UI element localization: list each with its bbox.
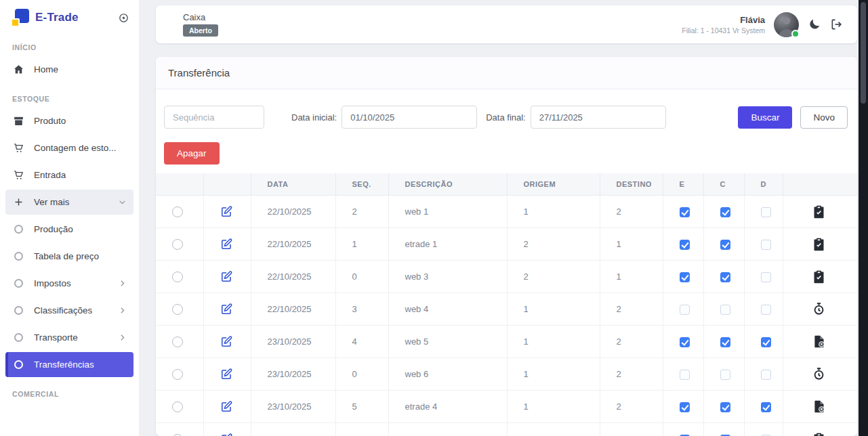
checkbox-c[interactable]	[720, 305, 730, 315]
checkbox-c[interactable]	[720, 207, 730, 217]
checkbox-c[interactable]	[720, 402, 730, 412]
user-info: Flávia Filial: 1 - 10431 Vr System	[682, 15, 765, 35]
sidebar-item-producao[interactable]: Produção	[5, 217, 133, 242]
edit-icon[interactable]	[220, 335, 233, 348]
sidebar-item-label: Tabela de preço	[34, 251, 99, 261]
cell-data: 22/10/2025	[251, 261, 335, 293]
cart-icon	[12, 169, 25, 181]
sidebar-item-home[interactable]: Home	[5, 57, 133, 82]
cell-destino: 2	[600, 196, 663, 228]
cell-data: 22/10/2025	[251, 228, 335, 261]
edit-icon[interactable]	[220, 303, 233, 315]
file-cancel-icon[interactable]	[812, 334, 826, 349]
edit-icon[interactable]	[220, 400, 233, 413]
checkbox-d[interactable]	[761, 337, 771, 347]
sidebar-item-produto[interactable]: Produto	[5, 108, 133, 133]
sidebar-item-label: Produção	[34, 224, 73, 234]
cell-descricao: web 4	[388, 293, 507, 326]
edit-icon[interactable]	[220, 368, 233, 380]
edit-icon[interactable]	[220, 238, 233, 250]
data-final-input[interactable]	[531, 106, 666, 129]
row-select-radio[interactable]	[172, 206, 183, 217]
timer-icon[interactable]	[812, 302, 826, 316]
sidebar-item-contagem-de-esto[interactable]: Contagem de esto...	[5, 135, 133, 160]
dark-mode-moon-icon[interactable]	[808, 18, 821, 31]
checkbox-e[interactable]	[680, 207, 690, 217]
chevron-right-icon	[118, 333, 127, 342]
row-select-radio[interactable]	[172, 304, 183, 315]
cell-data: 23/10/2025	[251, 326, 335, 358]
checkbox-e[interactable]	[680, 337, 690, 347]
checkbox-c[interactable]	[720, 272, 730, 282]
sidebar-pin-icon[interactable]	[118, 12, 129, 24]
caixa-label: Caixa	[183, 12, 218, 22]
file-cancel-icon[interactable]	[812, 399, 826, 414]
apagar-button[interactable]: Apagar	[164, 142, 220, 165]
novo-button[interactable]: Novo	[800, 106, 848, 129]
cell-seq: 0	[335, 423, 388, 436]
checkbox-e[interactable]	[680, 370, 690, 380]
scrollbar-thumb[interactable]	[861, 2, 866, 104]
col-header-data: DATA	[251, 173, 335, 196]
clipboard-check-icon[interactable]	[812, 204, 826, 219]
cell-seq: 0	[335, 358, 388, 391]
clipboard-check-icon[interactable]	[812, 237, 826, 251]
checkbox-d[interactable]	[761, 272, 771, 282]
sequencia-input[interactable]	[164, 106, 264, 129]
sidebar-item-transporte[interactable]: Transporte	[5, 325, 133, 350]
cell-seq: 2	[335, 196, 388, 228]
main-content: Caixa Aberto Flávia Filial: 1 - 10431 Vr…	[139, 0, 859, 436]
clipboard-check-icon[interactable]	[812, 432, 826, 436]
checkbox-e[interactable]	[680, 305, 690, 315]
cell-seq: 3	[335, 293, 388, 326]
row-select-radio[interactable]	[172, 336, 183, 347]
cell-data: 23/10/2025	[251, 358, 335, 391]
cell-origem: 2	[507, 261, 600, 293]
checkbox-d[interactable]	[761, 402, 771, 412]
sidebar-section-inicio: INÍCIO	[0, 32, 139, 55]
vertical-scrollbar[interactable]	[859, 0, 868, 436]
clipboard-check-icon[interactable]	[812, 269, 826, 284]
sidebar-item-tabela-de-preco[interactable]: Tabela de preço	[5, 244, 133, 269]
checkbox-c[interactable]	[720, 370, 730, 380]
sidebar-item-entrada[interactable]: Entrada	[5, 162, 133, 188]
col-header-descricao: DESCRIÇÃO	[388, 173, 507, 196]
avatar[interactable]	[774, 12, 799, 37]
checkbox-d[interactable]	[761, 207, 771, 217]
row-select-radio[interactable]	[172, 271, 183, 282]
checkbox-e[interactable]	[680, 272, 690, 282]
cell-origem: 1	[507, 391, 600, 423]
timer-icon[interactable]	[812, 367, 826, 381]
row-select-radio[interactable]	[172, 369, 183, 380]
home-icon	[12, 63, 25, 76]
edit-icon[interactable]	[220, 205, 233, 218]
page-title: Transferência	[156, 57, 857, 89]
checkbox-e[interactable]	[680, 240, 690, 250]
checkbox-d[interactable]	[761, 240, 771, 250]
checkbox-d[interactable]	[761, 370, 771, 380]
transfer-card: Transferência Data inicial: Data final: …	[156, 57, 857, 436]
circle-icon	[12, 277, 25, 290]
row-select-radio[interactable]	[172, 401, 183, 412]
checkbox-d[interactable]	[761, 305, 771, 315]
data-inicial-label: Data inicial:	[291, 112, 337, 123]
sidebar-item-transferencias[interactable]: Transferências	[5, 352, 133, 377]
row-select-radio[interactable]	[172, 239, 183, 250]
edit-icon[interactable]	[220, 433, 233, 436]
checkbox-e[interactable]	[680, 402, 690, 412]
logout-icon[interactable]	[830, 18, 844, 31]
col-header-seq: SEQ.	[335, 173, 388, 196]
cart-icon	[12, 141, 25, 154]
checkbox-c[interactable]	[720, 240, 730, 250]
col-header-d: D	[744, 173, 783, 196]
sidebar-item-impostos[interactable]: Impostos	[5, 271, 133, 296]
sidebar-item-classificacoes[interactable]: Classificações	[5, 298, 133, 323]
online-status-dot	[791, 30, 800, 38]
data-inicial-input[interactable]	[342, 106, 477, 129]
edit-icon[interactable]	[220, 270, 233, 283]
sidebar-item-ver-mais[interactable]: Ver mais	[5, 190, 133, 215]
buscar-button[interactable]: Buscar	[738, 106, 792, 129]
circle-icon	[12, 331, 25, 344]
sidebar-item-label: Transporte	[34, 332, 78, 343]
checkbox-c[interactable]	[720, 337, 730, 347]
